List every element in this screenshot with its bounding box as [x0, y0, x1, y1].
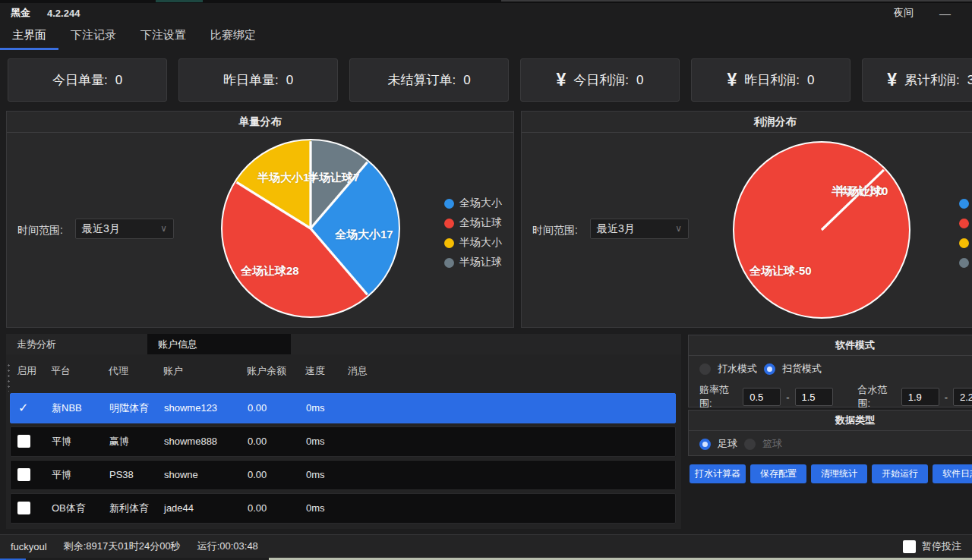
- order-distribution-panel: 单量分布 时间范围: 最近3月 ∨ 半场大小10 半场让球7 全场大小17 全场…: [6, 111, 514, 328]
- legend-item[interactable]: 半场大小: [959, 236, 972, 250]
- table-row[interactable]: 平博 PS38 showne 0.00 0ms: [10, 460, 676, 490]
- range-inputs-row: 赔率范围: - 合水范围: -: [699, 383, 972, 411]
- cell-account: showme123: [164, 394, 217, 423]
- table-row[interactable]: OB体育 新利体育 jade44 0.00 0ms: [10, 493, 676, 524]
- tab-trend-analysis[interactable]: 走势分析: [6, 334, 147, 354]
- legend-item[interactable]: 全场大小: [444, 197, 502, 210]
- pie-separators: [734, 143, 909, 317]
- radio-label[interactable]: 打水模式: [718, 362, 757, 376]
- chevron-down-icon: ∨: [675, 219, 682, 238]
- radio-sweep-mode[interactable]: [764, 363, 775, 375]
- chevron-down-icon: ∨: [160, 219, 167, 238]
- cell-agent: 明陞体育: [109, 394, 149, 423]
- stat-card-total-profit: ¥ 累计利润: 3617: [862, 58, 972, 102]
- stat-card-today-orders: 今日单量: 0: [8, 58, 167, 102]
- runtime: 运行:00:03:48: [197, 540, 258, 553]
- col-speed: 速度: [305, 354, 325, 388]
- title-bar: 黑金 4.2.244 夜间 —: [0, 3, 972, 23]
- app-window: 黑金 4.2.244 夜间 — 主界面 下注记录 下注设置 比赛绑定 今日单量:…: [0, 0, 972, 560]
- radio-basketball[interactable]: [744, 439, 756, 450]
- radio-label[interactable]: 足球: [718, 437, 737, 451]
- yuan-icon: ¥: [557, 70, 566, 90]
- stat-card-yesterday-profit: ¥ 昨日利润: 0: [691, 58, 850, 102]
- checkbox-unchecked[interactable]: [17, 435, 30, 448]
- table-row[interactable]: ✓ 新NBB 明陞体育 showme123 0.00 0ms: [10, 393, 676, 423]
- software-mode-box: 软件模式 打水模式 扫货模式 赔率范围: - 合水范围: -: [688, 335, 972, 407]
- tab-main[interactable]: 主界面: [0, 23, 58, 50]
- pause-betting-checkbox[interactable]: [903, 540, 916, 553]
- col-message: 消息: [348, 354, 368, 388]
- save-config-button[interactable]: 保存配置: [750, 464, 806, 483]
- stat-label: 未结算订单:: [387, 71, 456, 89]
- yuan-icon: ¥: [727, 70, 737, 90]
- accounts-section: 走势分析 账户信息 启用 平台 代理 账户 账户余额 速度 消息 ✓ 新NBB …: [6, 334, 681, 529]
- cell-platform: OB体育: [52, 494, 86, 523]
- tab-match-binding[interactable]: 比赛绑定: [198, 23, 268, 50]
- pie-slice-label: 半场让球7: [308, 171, 359, 185]
- table-row[interactable]: 平博 赢博 showme888 0.00 0ms: [10, 426, 676, 457]
- start-run-button[interactable]: 开始运行: [872, 464, 928, 483]
- time-range-label: 时间范围:: [17, 224, 63, 238]
- chart-legend: 全场大小 全场让球 半场大小 半场让球: [444, 197, 502, 269]
- legend-label: 全场让球: [459, 216, 502, 230]
- stat-label: 昨日单量:: [223, 71, 279, 89]
- app-version: 4.2.244: [47, 8, 80, 19]
- legend-label: 半场大小: [459, 236, 502, 250]
- cell-speed: 0ms: [306, 461, 325, 489]
- stat-card-unsettled-orders: 未结算订单: 0: [349, 58, 509, 102]
- stat-label: 昨日利润:: [744, 71, 800, 89]
- minimize-button[interactable]: —: [939, 7, 951, 20]
- checkbox-checked[interactable]: ✓: [18, 394, 28, 423]
- legend-item[interactable]: 半场让球: [959, 256, 972, 269]
- clear-stats-button[interactable]: 清理统计: [811, 464, 867, 483]
- radio-label: 篮球: [762, 437, 782, 451]
- col-platform: 平台: [51, 354, 71, 388]
- cell-balance: 0.00: [248, 427, 267, 456]
- chart-legend: 全场大小 全场让球 半场大小 半场让球: [959, 197, 972, 269]
- legend-item[interactable]: 半场大小: [444, 236, 502, 250]
- stat-cards-row: 今日单量: 0 昨日单量: 0 未结算订单: 0 ¥ 今日利润: 0 ¥ 昨日利…: [8, 58, 972, 102]
- cell-speed: 0ms: [306, 427, 325, 456]
- odds-max-input[interactable]: [795, 388, 833, 406]
- legend-dot-icon: [444, 199, 454, 209]
- col-account: 账户: [163, 354, 183, 388]
- pause-betting-label[interactable]: 暂停投注: [922, 540, 961, 553]
- legend-item[interactable]: 半场让球: [444, 256, 502, 269]
- legend-label: 半场让球: [459, 256, 502, 269]
- tab-account-info[interactable]: 账户信息: [147, 334, 291, 354]
- cell-account: showme888: [164, 427, 217, 456]
- legend-item[interactable]: 全场让球: [959, 216, 972, 230]
- radio-water-mode[interactable]: [699, 363, 711, 375]
- water-max-input[interactable]: [953, 388, 972, 406]
- time-range-value: 最近3月: [82, 222, 120, 234]
- time-range-select[interactable]: 最近3月 ∨: [590, 219, 689, 239]
- cell-account: jade44: [164, 494, 194, 523]
- checkbox-unchecked[interactable]: [17, 468, 30, 481]
- software-log-button[interactable]: 软件日志: [933, 464, 972, 483]
- water-min-input[interactable]: [901, 388, 939, 406]
- table-header: 启用 平台 代理 账户 账户余额 速度 消息: [6, 354, 681, 388]
- legend-item[interactable]: 全场大小: [959, 197, 972, 210]
- theme-toggle-button[interactable]: 夜间: [894, 6, 914, 20]
- time-range-select[interactable]: 最近3月 ∨: [75, 219, 174, 239]
- action-buttons-row: 打水计算器 保存配置 清理统计 开始运行 软件日志: [690, 464, 972, 483]
- col-agent: 代理: [109, 354, 128, 388]
- stat-label: 今日单量:: [52, 71, 108, 89]
- cell-agent: 赢博: [109, 427, 129, 456]
- legend-item[interactable]: 全场让球: [444, 216, 502, 230]
- tab-bet-settings[interactable]: 下注设置: [128, 23, 198, 50]
- water-calculator-button[interactable]: 打水计算器: [690, 464, 746, 483]
- checkbox-unchecked[interactable]: [17, 502, 30, 514]
- odds-min-input[interactable]: [743, 388, 781, 406]
- legend-dot-icon: [444, 219, 454, 228]
- drag-handle[interactable]: [7, 363, 11, 392]
- radio-football[interactable]: [699, 439, 711, 450]
- stat-label: 今日利润:: [573, 71, 629, 89]
- tab-bet-records[interactable]: 下注记录: [58, 23, 128, 50]
- legend-dot-icon: [444, 238, 454, 248]
- main-tab-bar: 主界面 下注记录 下注设置 比赛绑定: [0, 23, 268, 50]
- cell-platform: 平博: [52, 461, 71, 489]
- radio-label[interactable]: 扫货模式: [782, 362, 822, 376]
- stat-value: 0: [115, 73, 122, 88]
- cell-balance: 0.00: [248, 394, 267, 423]
